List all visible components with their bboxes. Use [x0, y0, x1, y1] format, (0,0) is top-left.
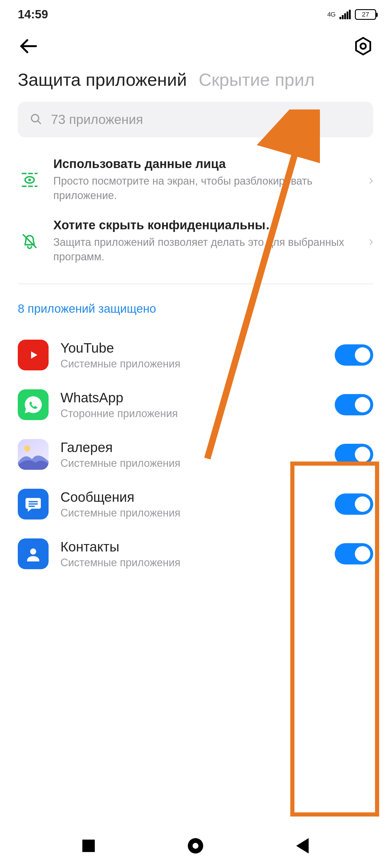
- youtube-icon: [18, 340, 49, 370]
- svg-point-6: [28, 178, 31, 181]
- svg-point-13: [30, 549, 36, 555]
- promo-title: Использовать данные лица: [53, 157, 357, 171]
- app-name: Галерея: [60, 439, 323, 455]
- toggle-gallery[interactable]: [335, 444, 373, 465]
- svg-rect-12: [29, 506, 35, 507]
- app-name: Контакты: [60, 539, 323, 555]
- status-bar: 14:59 4G 27: [0, 0, 391, 24]
- app-row-youtube: YouTube Системные приложения: [0, 330, 391, 380]
- search-input[interactable]: 73 приложения: [18, 102, 373, 137]
- toggle-whatsapp[interactable]: [335, 394, 373, 415]
- svg-rect-11: [29, 503, 38, 505]
- nav-recents-button[interactable]: [82, 840, 95, 852]
- toggle-contacts[interactable]: [335, 543, 373, 564]
- chevron-right-icon: ›: [369, 173, 373, 187]
- divider: [18, 283, 373, 284]
- svg-marker-1: [356, 38, 370, 55]
- app-name: YouTube: [60, 340, 323, 356]
- settings-button[interactable]: [353, 36, 373, 57]
- svg-line-4: [38, 121, 40, 124]
- app-category: Системные приложения: [60, 556, 323, 569]
- search-icon: [30, 113, 42, 126]
- network-label: 4G: [327, 11, 335, 18]
- contacts-icon: [18, 538, 49, 569]
- toggle-youtube[interactable]: [335, 344, 373, 366]
- app-row-whatsapp: WhatsApp Сторонние приложения: [0, 380, 391, 430]
- app-row-contacts: Контакты Системные приложения: [0, 529, 391, 579]
- status-right: 4G 27: [327, 9, 376, 20]
- app-category: Системные приложения: [60, 507, 323, 519]
- app-name: WhatsApp: [60, 390, 323, 406]
- app-category: Системные приложения: [60, 457, 323, 469]
- gear-icon: [353, 36, 373, 56]
- app-name: Сообщения: [60, 489, 323, 505]
- tab-app-lock[interactable]: Защита приложений: [18, 69, 187, 90]
- gallery-icon: [18, 439, 49, 470]
- toggle-messages[interactable]: [335, 493, 373, 515]
- app-category: Сторонние приложения: [60, 407, 323, 420]
- whatsapp-icon: [18, 389, 49, 420]
- promo-title: Хотите скрыть конфиденциальны…: [53, 218, 357, 232]
- svg-point-2: [361, 43, 366, 49]
- arrow-left-icon: [18, 36, 38, 57]
- tab-hide-apps[interactable]: Скрытие прил: [199, 69, 315, 90]
- promo-body: Хотите скрыть конфиденциальны… Защита пр…: [53, 218, 357, 264]
- svg-point-9: [24, 445, 30, 452]
- protected-count-label: 8 приложений защищено: [0, 296, 391, 330]
- search-placeholder: 73 приложения: [51, 112, 143, 127]
- bell-off-icon: [18, 230, 41, 252]
- svg-rect-10: [29, 501, 38, 502]
- battery-icon: 27: [355, 9, 376, 20]
- promo-body: Использовать данные лица Просто посмотри…: [53, 157, 357, 203]
- nav-home-button[interactable]: [188, 839, 203, 853]
- tabs: Защита приложений Скрытие прил: [0, 67, 391, 102]
- face-icon: [18, 169, 41, 191]
- app-row-messages: Сообщения Системные приложения: [0, 479, 391, 529]
- promo-subtitle: Защита приложений позволяет делать это д…: [53, 235, 357, 264]
- promo-hide-apps[interactable]: Хотите скрыть конфиденциальны… Защита пр…: [0, 210, 391, 272]
- nav-bar: [0, 824, 391, 868]
- promo-subtitle: Просто посмотрите на экран, чтобы разбло…: [53, 174, 357, 203]
- nav-back-button[interactable]: [296, 838, 309, 854]
- svg-marker-8: [31, 351, 37, 359]
- messages-icon: [18, 489, 49, 520]
- top-bar: [0, 24, 391, 67]
- chevron-right-icon: ›: [369, 234, 373, 249]
- promo-face-unlock[interactable]: Использовать данные лица Просто посмотри…: [0, 149, 391, 210]
- app-row-gallery: Галерея Системные приложения: [0, 430, 391, 479]
- app-category: Системные приложения: [60, 358, 323, 370]
- clock: 14:59: [18, 8, 48, 21]
- signal-icon: [339, 10, 351, 19]
- back-button[interactable]: [18, 36, 38, 58]
